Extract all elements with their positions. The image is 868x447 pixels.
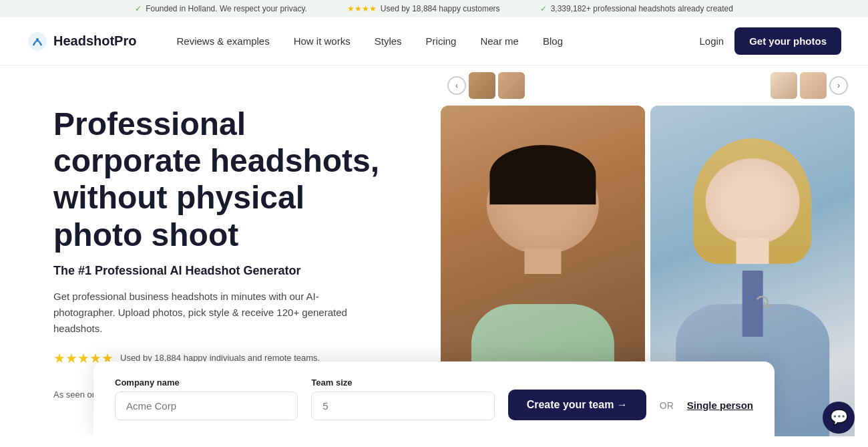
hero-description: Get professional business headshots in m… (53, 289, 361, 337)
nav-item-how[interactable]: How it works (294, 35, 351, 47)
top-bar: ✓ Founded in Holland. We respect your pr… (0, 0, 868, 17)
navbar: HeadshotPro Reviews & examples How it wo… (0, 17, 868, 65)
create-team-button[interactable]: Create your team → (508, 390, 646, 420)
nav-item-pricing[interactable]: Pricing (426, 35, 457, 47)
logo-icon (27, 31, 48, 52)
company-input[interactable] (115, 392, 298, 420)
top-bar-item-founded: ✓ Founded in Holland. We respect your pr… (135, 4, 307, 13)
team-label: Team size (311, 378, 494, 388)
seen-label: As seen on: (53, 390, 99, 400)
or-text: OR (660, 400, 674, 420)
nav-item-blog[interactable]: Blog (543, 35, 563, 47)
company-label: Company name (115, 378, 298, 388)
hero-subtitle: The #1 Professional AI Headshot Generato… (53, 264, 401, 278)
hero-title: Professional corporate headshots, withou… (53, 106, 401, 253)
cta-card: Company name Team size Create your team … (93, 361, 775, 436)
get-photos-button[interactable]: Get your photos (734, 27, 841, 55)
nav-actions: Login Get your photos (699, 27, 841, 55)
check-icon: ✓ (135, 4, 142, 13)
team-input[interactable] (311, 392, 494, 420)
chat-icon: 💬 (830, 409, 848, 426)
nav-item-near[interactable]: Near me (480, 35, 519, 47)
hero-section: Professional corporate headshots, withou… (0, 65, 868, 436)
login-button[interactable]: Login (699, 35, 724, 47)
svg-point-1 (36, 38, 39, 41)
single-person-link[interactable]: Single person (687, 400, 753, 420)
nav-item-styles[interactable]: Styles (375, 35, 402, 47)
stars-icon: ★★★★ (347, 4, 377, 13)
company-field: Company name (115, 378, 298, 420)
nav-item-reviews[interactable]: Reviews & examples (176, 35, 269, 47)
logo[interactable]: HeadshotPro (27, 31, 136, 52)
check-icon-2: ✓ (540, 4, 547, 13)
top-bar-item-count: ✓ 3,339,182+ professional headshots alre… (540, 4, 733, 13)
top-bar-item-customers: ★★★★ Used by 18,884 happy customers (347, 4, 500, 13)
team-field: Team size (311, 378, 494, 420)
nav-links: Reviews & examples How it works Styles P… (176, 35, 699, 47)
chat-button[interactable]: 💬 (823, 402, 855, 434)
